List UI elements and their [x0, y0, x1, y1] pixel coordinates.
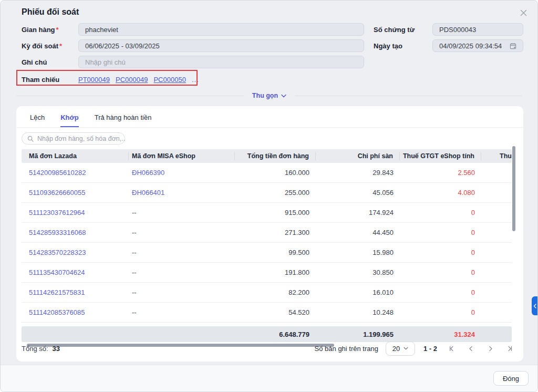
vat-cell: 2.560 [400, 169, 481, 177]
table-row: 514200985610282 ĐH066390 160.000 29.843 … [22, 163, 512, 183]
lazada-order-link[interactable]: 511093626660055 [29, 189, 86, 197]
table-row: 514283570228323 -- 99.500 15.980 0 [22, 243, 512, 263]
collapse-label: Thu gọn [252, 92, 278, 99]
summary-vat: 31.324 [400, 331, 481, 338]
vat-cell: 0 [400, 249, 481, 256]
tab-khop[interactable]: Khớp [60, 114, 79, 127]
lazada-order-link[interactable]: 511135430704624 [29, 269, 85, 276]
prev-page-icon[interactable] [465, 344, 477, 354]
platform-fee-cell: 44.450 [316, 229, 400, 236]
vat-cell: 4.080 [400, 189, 481, 197]
last-page-icon[interactable] [504, 344, 516, 354]
created-date-field[interactable]: 04/09/2025 09:34:54 [432, 39, 523, 52]
total-count-value: 33 [53, 345, 60, 353]
col-truncated: Thu [481, 152, 512, 160]
modal-footer: Đóng [1, 365, 537, 391]
modal-header: Phiếu đối soát [1, 1, 537, 18]
pagination: Số bản ghi trên trang 20 1 - 2 [315, 342, 516, 356]
table-row: 511142085376085 -- 54.520 10.248 0 [22, 303, 512, 323]
chevron-down-icon [404, 347, 408, 350]
form-area: Gian hàng* phacheviet Số chứng từ PDS000… [1, 18, 537, 87]
platform-fee-cell: 45.056 [316, 189, 400, 197]
platform-fee-cell: 29.843 [316, 169, 400, 177]
lazada-order-link[interactable]: 514283570228323 [29, 249, 86, 256]
required-asterisk: * [59, 42, 62, 50]
next-page-icon[interactable] [484, 344, 496, 354]
note-label: Ghi chú [22, 58, 78, 66]
vat-cell: 0 [400, 209, 481, 216]
side-panel-toggle[interactable] [532, 296, 537, 315]
first-page-icon[interactable] [446, 344, 458, 354]
eshop-order-link[interactable]: ĐH066401 [132, 189, 164, 197]
per-page-select[interactable]: 20 [386, 342, 415, 356]
reference-link[interactable]: PC000049 [116, 76, 148, 84]
table-row: 511135430704624 -- 191.800 30.850 0 [22, 263, 512, 283]
search-icon [27, 136, 34, 142]
period-field[interactable]: 06/06/2025 - 03/09/2025 [78, 39, 364, 52]
orders-table: Mã đơn Lazada Mã đơn MISA eShop Tổng tiề… [22, 149, 512, 347]
platform-fee-cell: 15.980 [316, 249, 400, 256]
page-range: 1 - 2 [423, 345, 437, 353]
page-title: Phiếu đối soát [22, 7, 79, 17]
platform-fee-cell: 16.010 [316, 288, 400, 296]
table-row: 511142621575831 -- 82.200 16.010 0 [22, 283, 512, 303]
eshop-order-empty: -- [132, 249, 137, 256]
vat-cell: 0 [400, 229, 481, 236]
tab-tra-hang-hoan-tien[interactable]: Trả hàng hoàn tiền [95, 114, 152, 127]
store-label: Gian hàng* [22, 26, 78, 34]
required-asterisk: * [56, 26, 59, 34]
order-total-cell: 54.520 [235, 308, 316, 316]
platform-fee-cell: 30.850 [316, 269, 400, 276]
tab-lech[interactable]: Lệch [30, 114, 45, 127]
chevron-down-icon [281, 94, 286, 98]
lazada-order-link[interactable]: 511123037612964 [29, 209, 85, 216]
order-total-cell: 99.500 [235, 249, 316, 256]
order-total-cell: 191.800 [235, 269, 316, 276]
lazada-order-link[interactable]: 511142621575831 [29, 288, 85, 296]
chevron-left-icon [533, 304, 536, 308]
col-lazada-order: Mã đơn Lazada [22, 152, 129, 160]
order-total-cell: 255.000 [235, 189, 316, 197]
lazada-order-link[interactable]: 514285933316068 [29, 229, 86, 236]
platform-fee-cell: 174.924 [316, 209, 400, 216]
reference-links: PT000049 PC000049 PC000050 ... [78, 76, 199, 84]
col-platform-fee: Chi phí sàn [316, 152, 400, 160]
created-date-label: Ngày tạo [374, 42, 432, 50]
vat-cell: 0 [400, 288, 481, 296]
period-label: Kỳ đối soát* [22, 42, 78, 50]
reconciliation-modal: Phiếu đối soát Gian hàng* phacheviet Số … [0, 0, 538, 392]
reference-link[interactable]: PT000049 [78, 76, 110, 84]
summary-row: 6.648.779 1.199.965 31.324 [22, 326, 512, 342]
document-number-field[interactable]: PDS000043 [432, 23, 523, 36]
summary-platform-fee: 1.199.965 [316, 331, 400, 338]
table-row: 514285933316068 -- 271.300 44.450 0 [22, 223, 512, 243]
platform-fee-cell: 10.248 [316, 308, 400, 316]
store-field[interactable]: phacheviet [78, 23, 364, 36]
eshop-order-empty: -- [132, 308, 137, 316]
lazada-order-link[interactable]: 511142085376085 [29, 308, 85, 316]
close-button[interactable]: Đóng [493, 371, 529, 386]
order-total-cell: 915.000 [235, 209, 316, 216]
eshop-order-empty: -- [132, 209, 137, 216]
vat-cell: 0 [400, 269, 481, 276]
table-row: 511093626660055 ĐH066401 255.000 45.056 … [22, 183, 512, 203]
search-placeholder: Nhập đơn hàng, số hóa đơn,.. [37, 135, 125, 142]
eshop-order-empty: -- [132, 288, 137, 296]
close-icon[interactable] [516, 7, 531, 18]
reference-more-link[interactable]: ... [192, 76, 199, 84]
note-input[interactable]: Nhập ghi chú [78, 56, 364, 68]
eshop-order-link[interactable]: ĐH066390 [132, 169, 164, 177]
order-total-cell: 160.000 [235, 169, 316, 177]
table-footer: Tổng số: 33 Số bản ghi trên trang 20 1 -… [22, 341, 516, 356]
order-total-cell: 82.200 [235, 288, 316, 296]
collapse-toggle[interactable]: Thu gọn [252, 92, 286, 99]
summary-order-total: 6.648.779 [235, 331, 316, 338]
reference-label: Tham chiếu [22, 76, 78, 84]
total-count-label: Tổng số: [22, 345, 48, 353]
reference-link[interactable]: PC000050 [153, 76, 185, 84]
lazada-order-link[interactable]: 514200985610282 [29, 169, 86, 177]
vertical-scrollbar-thumb[interactable] [512, 146, 515, 231]
eshop-order-empty: -- [132, 229, 137, 236]
divider-line [16, 96, 244, 96]
search-input[interactable]: Nhập đơn hàng, số hóa đơn,.. [22, 132, 125, 145]
